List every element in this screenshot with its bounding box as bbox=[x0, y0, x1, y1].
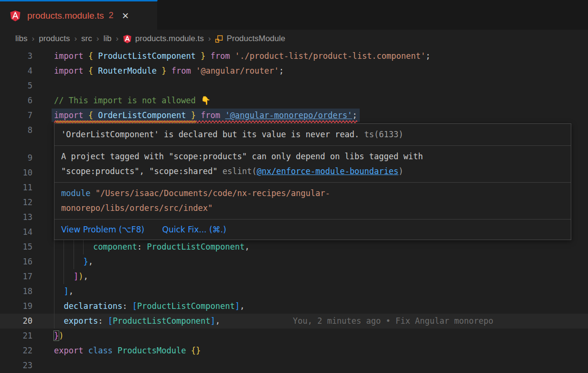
class-symbol-icon bbox=[215, 35, 223, 43]
code-content: export class ProductsModule {} bbox=[54, 343, 201, 358]
diagnostic-ts-text: 'OrderListComponent' is declared but its… bbox=[61, 130, 359, 139]
angular-icon bbox=[123, 34, 132, 44]
breadcrumb-separator: › bbox=[208, 34, 211, 44]
code-line-19[interactable]: 19 declarations: [ProductListComponent], bbox=[0, 299, 588, 314]
breadcrumb: libs›products›src›lib›products.module.ts… bbox=[0, 30, 588, 48]
breadcrumb-separator: › bbox=[32, 34, 35, 44]
eslint-message-line1: A project tagged with "scope:products" c… bbox=[61, 149, 564, 164]
code-line-15[interactable]: 15 component: ProductListComponent, bbox=[0, 240, 588, 254]
code-content: ]), bbox=[54, 269, 88, 284]
line-number-8[interactable]: 8 bbox=[0, 123, 32, 138]
line-number-23[interactable]: 23 bbox=[0, 358, 32, 373]
editor-tab-bar: products.module.ts 2 × bbox=[0, 0, 588, 30]
breadcrumb-label: products.module.ts bbox=[135, 34, 204, 44]
code-line-16[interactable]: 16 }, bbox=[0, 254, 588, 269]
breadcrumb-separator: › bbox=[96, 34, 99, 44]
line-number-6[interactable]: 6 bbox=[0, 93, 32, 108]
code-line-3[interactable]: 3import { ProductListComponent } from '.… bbox=[0, 49, 588, 64]
line-number-21[interactable]: 21 bbox=[0, 329, 32, 343]
code-line-21[interactable]: 21}) bbox=[0, 329, 588, 343]
line-number-19[interactable]: 19 bbox=[0, 299, 32, 314]
code-line-17[interactable]: 17 ]), bbox=[0, 269, 588, 284]
code-line-18[interactable]: 18 ], bbox=[0, 284, 588, 299]
diagnostic-module-path: module "/Users/isaac/Documents/code/nx-r… bbox=[54, 183, 571, 219]
vscode-window: products.module.ts 2 × libs›products›src… bbox=[0, 0, 588, 373]
code-content: }) bbox=[54, 329, 64, 343]
line-number-14[interactable]: 14 bbox=[0, 225, 32, 240]
code-line-23[interactable]: 23 bbox=[0, 358, 588, 373]
code-line-4[interactable]: 4import { RouterModule } from '@angular/… bbox=[0, 64, 588, 78]
line-number-11[interactable]: 11 bbox=[0, 180, 32, 195]
code-line-20[interactable]: 20 exports: [ProductListComponent],You, … bbox=[0, 314, 588, 329]
breadcrumb-item-src[interactable]: src bbox=[81, 34, 92, 44]
line-number-15[interactable]: 15 bbox=[0, 240, 32, 254]
breadcrumb-label: lib bbox=[103, 34, 111, 44]
hover-actions: View Problem (⌥F8) Quick Fix... (⌘.) bbox=[54, 219, 571, 240]
line-number-3[interactable]: 3 bbox=[0, 49, 32, 64]
eslint-message-line2: "scope:products", "scope:shared" eslint(… bbox=[61, 164, 564, 179]
tab-products-module-ts[interactable]: products.module.ts 2 × bbox=[0, 0, 158, 30]
angular-icon bbox=[10, 10, 21, 22]
quick-fix-action[interactable]: Quick Fix... (⌘.) bbox=[162, 225, 226, 234]
breadcrumb-label: ProductsModule bbox=[226, 34, 285, 44]
tab-close-button[interactable]: × bbox=[122, 10, 129, 22]
line-number-18[interactable]: 18 bbox=[0, 284, 32, 299]
module-keyword: module bbox=[61, 188, 90, 198]
code-content: exports: [ProductListComponent], bbox=[54, 314, 220, 329]
code-content: import { ProductListComponent } from './… bbox=[54, 49, 430, 64]
code-content: ], bbox=[54, 284, 74, 299]
line-number-5[interactable]: 5 bbox=[0, 78, 32, 93]
breadcrumb-item-products[interactable]: products bbox=[39, 34, 70, 44]
code-content: import { RouterModule } from '@angular/r… bbox=[54, 64, 284, 78]
breadcrumb-item-products.module.ts[interactable]: products.module.ts bbox=[123, 34, 204, 44]
line-number-17[interactable]: 17 bbox=[0, 269, 32, 284]
breadcrumb-item-libs[interactable]: libs bbox=[15, 34, 28, 44]
code-line-6[interactable]: 6// This import is not allowed 👇 bbox=[0, 93, 588, 108]
diagnostics-hover-popup: 'OrderListComponent' is declared but its… bbox=[54, 123, 571, 240]
tab-title: products.module.ts bbox=[27, 11, 104, 21]
line-number-4[interactable]: 4 bbox=[0, 64, 32, 78]
line-number-13[interactable]: 13 bbox=[0, 210, 32, 225]
code-content: import { OrderListComponent } from '@ang… bbox=[54, 108, 357, 123]
git-blame-annotation: You, 2 minutes ago • Fix Angular monorep… bbox=[293, 314, 493, 329]
diagnostic-ts-source: ts(6133) bbox=[364, 130, 404, 139]
breadcrumb-label: libs bbox=[15, 34, 28, 44]
breadcrumb-item-ProductsModule[interactable]: ProductsModule bbox=[215, 34, 285, 44]
code-editor[interactable]: 3import { ProductListComponent } from '.… bbox=[0, 48, 588, 373]
tab-problems-badge: 2 bbox=[109, 11, 114, 21]
code-content: component: ProductListComponent, bbox=[54, 240, 249, 254]
diagnostic-ts-message: 'OrderListComponent' is declared but its… bbox=[54, 124, 571, 146]
code-line-22[interactable]: 22export class ProductsModule {} bbox=[0, 343, 588, 358]
diagnostic-eslint-message: A project tagged with "scope:products" c… bbox=[54, 146, 571, 183]
eslint-rule-link[interactable]: @nx/enforce-module-boundaries bbox=[257, 166, 398, 176]
breadcrumb-label: src bbox=[81, 34, 92, 44]
line-number-7[interactable]: 7 bbox=[0, 108, 32, 123]
line-number-16[interactable]: 16 bbox=[0, 254, 32, 269]
code-content: }, bbox=[54, 254, 93, 269]
line-number-9[interactable]: 9 bbox=[0, 151, 32, 165]
breadcrumb-item-lib[interactable]: lib bbox=[103, 34, 111, 44]
code-content: declarations: [ProductListComponent], bbox=[54, 299, 245, 314]
breadcrumb-separator: › bbox=[74, 34, 77, 44]
code-line-5[interactable]: 5 bbox=[0, 78, 588, 93]
breadcrumb-label: products bbox=[39, 34, 70, 44]
breadcrumb-separator: › bbox=[116, 34, 118, 44]
line-number-10[interactable]: 10 bbox=[0, 165, 32, 180]
view-problem-action[interactable]: View Problem (⌥F8) bbox=[61, 225, 144, 234]
code-content: // This import is not allowed 👇 bbox=[54, 93, 211, 108]
code-line-7[interactable]: 7import { OrderListComponent } from '@an… bbox=[0, 108, 588, 123]
line-number-22[interactable]: 22 bbox=[0, 343, 32, 358]
line-number-20[interactable]: 20 bbox=[0, 314, 32, 329]
line-number-12[interactable]: 12 bbox=[0, 195, 32, 210]
